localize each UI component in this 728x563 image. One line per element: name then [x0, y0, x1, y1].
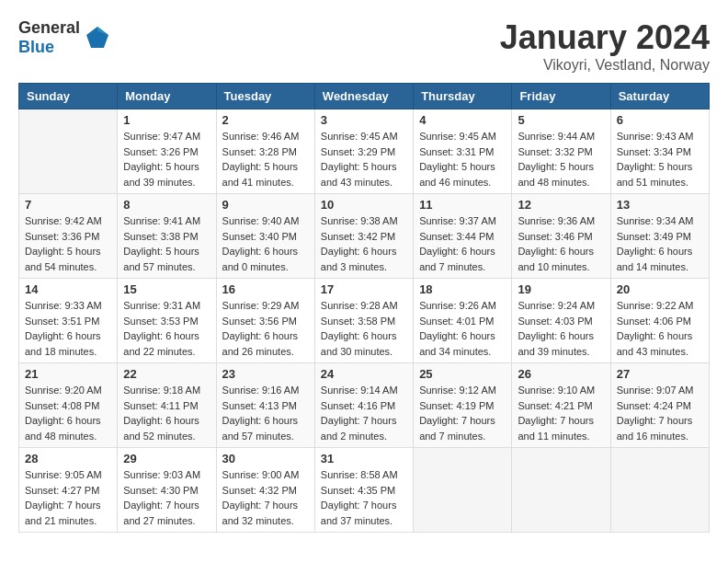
day-number: 31 — [321, 452, 407, 465]
calendar-table: SundayMondayTuesdayWednesdayThursdayFrid… — [18, 83, 710, 533]
day-number: 27 — [617, 367, 703, 381]
day-number: 17 — [321, 282, 407, 296]
day-number: 29 — [123, 452, 210, 465]
calendar-header-saturday: Saturday — [610, 84, 709, 109]
day-info: Sunrise: 9:37 AM Sunset: 3:44 PM Dayligh… — [419, 213, 506, 274]
main-title: January 2024 — [500, 18, 710, 57]
calendar-row: 21Sunrise: 9:20 AM Sunset: 4:08 PM Dayli… — [19, 363, 710, 448]
day-info: Sunrise: 9:00 AM Sunset: 4:32 PM Dayligh… — [222, 467, 309, 528]
day-info: Sunrise: 9:29 AM Sunset: 3:56 PM Dayligh… — [222, 298, 309, 359]
day-number: 20 — [617, 282, 703, 296]
day-info: Sunrise: 9:24 AM Sunset: 4:03 PM Dayligh… — [518, 298, 604, 359]
calendar-cell: 29Sunrise: 9:03 AM Sunset: 4:30 PM Dayli… — [118, 448, 216, 533]
calendar-cell: 17Sunrise: 9:28 AM Sunset: 3:58 PM Dayli… — [314, 279, 413, 363]
calendar-cell: 19Sunrise: 9:24 AM Sunset: 4:03 PM Dayli… — [512, 279, 610, 363]
day-info: Sunrise: 9:44 AM Sunset: 3:32 PM Dayligh… — [518, 129, 604, 190]
calendar-cell: 27Sunrise: 9:07 AM Sunset: 4:24 PM Dayli… — [610, 363, 709, 448]
day-number: 8 — [123, 198, 210, 212]
calendar-cell: 14Sunrise: 9:33 AM Sunset: 3:51 PM Dayli… — [19, 279, 118, 363]
day-number: 11 — [419, 198, 506, 212]
logo-icon — [84, 24, 111, 52]
calendar-cell: 15Sunrise: 9:31 AM Sunset: 3:53 PM Dayli… — [118, 279, 216, 363]
logo-general: General — [18, 18, 80, 37]
day-number: 3 — [321, 113, 407, 127]
calendar-header-monday: Monday — [118, 84, 216, 109]
day-info: Sunrise: 9:46 AM Sunset: 3:28 PM Dayligh… — [222, 129, 309, 190]
day-number: 13 — [617, 198, 703, 212]
day-number: 26 — [518, 367, 604, 381]
calendar-cell: 11Sunrise: 9:37 AM Sunset: 3:44 PM Dayli… — [414, 194, 512, 279]
calendar-cell: 3Sunrise: 9:45 AM Sunset: 3:29 PM Daylig… — [314, 109, 413, 194]
day-info: Sunrise: 9:28 AM Sunset: 3:58 PM Dayligh… — [321, 298, 407, 359]
day-info: Sunrise: 9:26 AM Sunset: 4:01 PM Dayligh… — [419, 298, 506, 359]
day-number: 10 — [321, 198, 407, 212]
calendar-cell: 25Sunrise: 9:12 AM Sunset: 4:19 PM Dayli… — [414, 363, 512, 448]
day-info: Sunrise: 9:36 AM Sunset: 3:46 PM Dayligh… — [518, 213, 604, 274]
calendar-row: 7Sunrise: 9:42 AM Sunset: 3:36 PM Daylig… — [19, 194, 710, 279]
calendar-cell: 31Sunrise: 8:58 AM Sunset: 4:35 PM Dayli… — [314, 448, 413, 533]
calendar-cell: 2Sunrise: 9:46 AM Sunset: 3:28 PM Daylig… — [216, 109, 314, 194]
calendar-header-sunday: Sunday — [19, 84, 118, 109]
calendar-cell: 13Sunrise: 9:34 AM Sunset: 3:49 PM Dayli… — [610, 194, 709, 279]
calendar-cell: 24Sunrise: 9:14 AM Sunset: 4:16 PM Dayli… — [314, 363, 413, 448]
day-info: Sunrise: 9:33 AM Sunset: 3:51 PM Dayligh… — [25, 298, 111, 359]
day-number: 23 — [222, 367, 309, 381]
day-info: Sunrise: 9:41 AM Sunset: 3:38 PM Dayligh… — [123, 213, 210, 274]
day-number: 21 — [25, 367, 111, 381]
day-info: Sunrise: 9:12 AM Sunset: 4:19 PM Dayligh… — [419, 383, 506, 443]
calendar-cell: 8Sunrise: 9:41 AM Sunset: 3:38 PM Daylig… — [118, 194, 216, 279]
day-info: Sunrise: 9:45 AM Sunset: 3:31 PM Dayligh… — [419, 129, 506, 190]
calendar-cell: 7Sunrise: 9:42 AM Sunset: 3:36 PM Daylig… — [19, 194, 118, 279]
day-number: 25 — [419, 367, 506, 381]
day-number: 4 — [419, 113, 506, 127]
calendar-cell: 30Sunrise: 9:00 AM Sunset: 4:32 PM Dayli… — [216, 448, 314, 533]
day-number: 22 — [123, 367, 210, 381]
calendar-cell: 20Sunrise: 9:22 AM Sunset: 4:06 PM Dayli… — [610, 279, 709, 363]
calendar-cell: 23Sunrise: 9:16 AM Sunset: 4:13 PM Dayli… — [216, 363, 314, 448]
calendar-cell: 4Sunrise: 9:45 AM Sunset: 3:31 PM Daylig… — [414, 109, 512, 194]
calendar-cell: 21Sunrise: 9:20 AM Sunset: 4:08 PM Dayli… — [19, 363, 118, 448]
day-info: Sunrise: 9:38 AM Sunset: 3:42 PM Dayligh… — [321, 213, 407, 274]
day-info: Sunrise: 9:47 AM Sunset: 3:26 PM Dayligh… — [123, 129, 210, 190]
calendar-header-wednesday: Wednesday — [314, 84, 413, 109]
day-info: Sunrise: 9:14 AM Sunset: 4:16 PM Dayligh… — [321, 383, 407, 443]
day-number: 2 — [222, 113, 309, 127]
day-info: Sunrise: 9:16 AM Sunset: 4:13 PM Dayligh… — [222, 383, 309, 443]
calendar-cell: 12Sunrise: 9:36 AM Sunset: 3:46 PM Dayli… — [512, 194, 610, 279]
day-number: 9 — [222, 198, 309, 212]
day-info: Sunrise: 9:34 AM Sunset: 3:49 PM Dayligh… — [617, 213, 703, 274]
calendar-cell: 5Sunrise: 9:44 AM Sunset: 3:32 PM Daylig… — [512, 109, 610, 194]
day-number: 15 — [123, 282, 210, 296]
calendar-cell — [414, 448, 512, 533]
logo-blue: Blue — [18, 38, 54, 56]
day-info: Sunrise: 9:31 AM Sunset: 3:53 PM Dayligh… — [123, 298, 210, 359]
day-number: 7 — [25, 198, 111, 212]
day-number: 30 — [222, 452, 309, 465]
day-info: Sunrise: 8:58 AM Sunset: 4:35 PM Dayligh… — [321, 467, 407, 528]
day-number: 16 — [222, 282, 309, 296]
day-number: 18 — [419, 282, 506, 296]
day-info: Sunrise: 9:45 AM Sunset: 3:29 PM Dayligh… — [321, 129, 407, 190]
calendar-cell: 1Sunrise: 9:47 AM Sunset: 3:26 PM Daylig… — [118, 109, 216, 194]
day-info: Sunrise: 9:10 AM Sunset: 4:21 PM Dayligh… — [518, 383, 604, 443]
calendar-header-friday: Friday — [512, 84, 610, 109]
calendar-row: 28Sunrise: 9:05 AM Sunset: 4:27 PM Dayli… — [19, 448, 710, 533]
day-info: Sunrise: 9:20 AM Sunset: 4:08 PM Dayligh… — [25, 383, 111, 443]
calendar-header-row: SundayMondayTuesdayWednesdayThursdayFrid… — [19, 84, 710, 109]
calendar-cell: 10Sunrise: 9:38 AM Sunset: 3:42 PM Dayli… — [314, 194, 413, 279]
day-info: Sunrise: 9:03 AM Sunset: 4:30 PM Dayligh… — [123, 467, 210, 528]
subtitle: Vikoyri, Vestland, Norway — [500, 57, 710, 74]
calendar-header-thursday: Thursday — [414, 84, 512, 109]
calendar-header-tuesday: Tuesday — [216, 84, 314, 109]
header: General Blue January 2024 Vikoyri, Vestl… — [18, 18, 710, 74]
day-info: Sunrise: 9:22 AM Sunset: 4:06 PM Dayligh… — [617, 298, 703, 359]
day-number: 5 — [518, 113, 604, 127]
day-info: Sunrise: 9:42 AM Sunset: 3:36 PM Dayligh… — [25, 213, 111, 274]
calendar-cell: 28Sunrise: 9:05 AM Sunset: 4:27 PM Dayli… — [19, 448, 118, 533]
day-number: 6 — [617, 113, 703, 127]
day-number: 14 — [25, 282, 111, 296]
day-info: Sunrise: 9:05 AM Sunset: 4:27 PM Dayligh… — [25, 467, 111, 528]
calendar-row: 1Sunrise: 9:47 AM Sunset: 3:26 PM Daylig… — [19, 109, 710, 194]
day-number: 1 — [123, 113, 210, 127]
calendar-cell: 26Sunrise: 9:10 AM Sunset: 4:21 PM Dayli… — [512, 363, 610, 448]
